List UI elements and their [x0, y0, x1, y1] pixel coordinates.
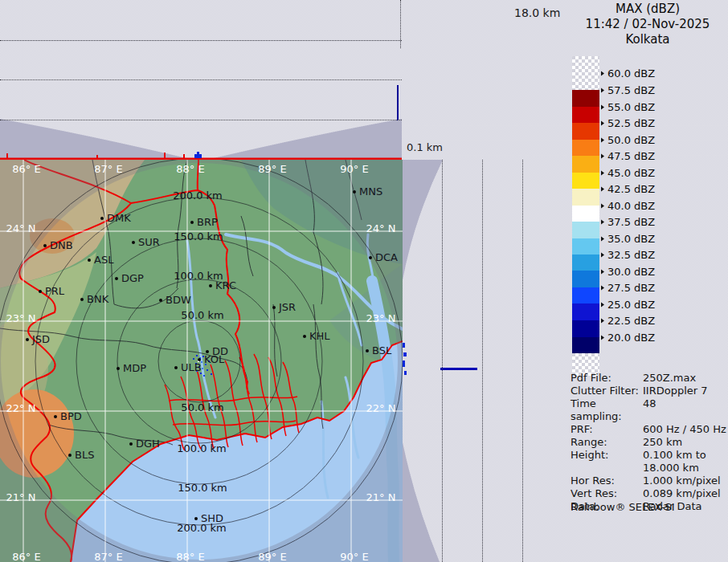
scale-tick-icon [601, 170, 604, 175]
height-gridline [442, 160, 443, 562]
legend-header: MAX (dBZ) 11:42 / 02-Nov-2025 Kolkata [567, 2, 728, 47]
dbz-scale-label: 27.5 dBZ [601, 282, 655, 294]
scale-tick-icon [601, 252, 604, 257]
dbz-scale-label: 57.5 dBZ [601, 84, 655, 96]
min-height-label: 0.1 km [407, 141, 443, 153]
scale-tick-icon [601, 335, 604, 340]
metadata-value: 1.000 km/pixel [643, 474, 726, 487]
scale-tick-icon [601, 137, 604, 142]
dbz-swatch [572, 140, 599, 156]
dbz-swatch [572, 287, 599, 303]
dbz-swatch [572, 107, 599, 123]
scale-tick-icon [601, 71, 604, 75]
side-profile-panel [403, 160, 571, 562]
metadata-rows: Pdf File: 250Z.max Clutter Filter: IIRDo… [571, 372, 726, 513]
metadata-label: Clutter Filter: [571, 385, 643, 397]
scale-tick-icon [601, 318, 604, 323]
scale-tick-icon [601, 120, 604, 125]
map-graphics [0, 160, 403, 562]
dbz-scale-label: 60.0 dBZ [601, 67, 655, 79]
metadata-value: 250 km [643, 436, 726, 449]
metadata-row: 18.000 km [571, 462, 726, 474]
dbz-swatch [572, 123, 599, 140]
dbz-scale-label: 32.5 dBZ [601, 249, 655, 261]
dbz-scale-label: 35.0 dBZ [601, 233, 655, 245]
metadata-label: Pdf File: [571, 372, 643, 385]
metadata-row: Hor Res: 1.000 km/pixel [571, 474, 726, 487]
metadata-label: Vert Res: [571, 487, 643, 500]
station-name: Kolkata [567, 32, 728, 47]
dbz-scale-label: 52.5 dBZ [601, 117, 655, 129]
metadata-label: Time sampling: [571, 397, 643, 423]
beam-blind-wedge-left [0, 119, 186, 158]
scale-tick-icon [601, 269, 604, 274]
metadata-label: PRF: [571, 423, 643, 436]
metadata-value: 250Z.max [643, 372, 726, 385]
product-title: MAX (dBZ) [567, 2, 728, 17]
beam-blind-wedge-top [403, 160, 443, 280]
dbz-swatch [572, 238, 599, 255]
beam-blind-wedge-bottom [403, 442, 440, 562]
dbz-swatch [572, 173, 599, 189]
dbz-scale-label: 40.0 dBZ [601, 200, 655, 212]
metadata-row: Clutter Filter: IIRDoppler 7 [571, 385, 726, 397]
radar-map [0, 160, 403, 562]
echo-profile-blip [194, 154, 202, 158]
dbz-swatch [572, 206, 599, 222]
dbz-swatch [572, 156, 599, 173]
scale-tick-icon [601, 219, 604, 224]
metadata-row: Height: 0.100 km to [571, 449, 726, 462]
metadata-label: Range: [571, 436, 643, 449]
dbz-scale-label: 30.0 dBZ [601, 266, 655, 278]
dbz-swatch [572, 303, 599, 320]
dbz-scale-label: 37.5 dBZ [601, 216, 655, 228]
metadata-row: Time sampling: 48 [571, 397, 726, 423]
echo-profile-line [440, 368, 477, 370]
dbz-swatch [572, 320, 599, 337]
height-gridline [0, 79, 402, 80]
dbz-scale-label: 22.5 dBZ [601, 315, 655, 327]
metadata-value: 48 [643, 397, 726, 423]
metadata-row: Vert Res: 0.089 km/pixel [571, 487, 726, 500]
scale-tick-icon [601, 153, 604, 158]
dbz-scale-label: 55.0 dBZ [601, 101, 655, 113]
dbz-swatch [572, 222, 599, 238]
metadata-value: 18.000 km [643, 462, 726, 474]
scale-tick-icon [601, 88, 604, 92]
max-height-label: 18.0 km [514, 6, 560, 19]
height-gridline [522, 160, 523, 562]
metadata-row: PRF: 600 Hz / 450 Hz [571, 423, 726, 436]
software-credit: Rainbow® SELEX-SI [571, 501, 675, 513]
dbz-swatch [572, 189, 599, 206]
scale-tick-icon [601, 302, 604, 307]
dbz-scale-label: 50.0 dBZ [601, 134, 655, 146]
height-gridline [0, 120, 402, 120]
height-gridline [482, 160, 483, 562]
dbz-swatch [572, 90, 599, 107]
dbz-scale-label: 25.0 dBZ [601, 299, 655, 311]
metadata-label [571, 462, 643, 474]
dbz-scale-label: 42.5 dBZ [601, 183, 655, 195]
scale-tick-icon [601, 203, 604, 208]
product-datetime: 11:42 / 02-Nov-2025 [567, 17, 728, 32]
panel-edge-gridline [400, 0, 401, 48]
metadata-label: Hor Res: [571, 474, 643, 487]
metadata-row: Pdf File: 250Z.max [571, 372, 726, 385]
dbz-scale-label: 20.0 dBZ [601, 332, 655, 344]
dbz-swatch [572, 56, 599, 90]
profile-axis-mark [397, 85, 399, 120]
height-gridline [0, 40, 402, 41]
metadata-row: Range: 250 km [571, 436, 726, 449]
dbz-swatch [572, 337, 599, 353]
side-profile-graphics [403, 160, 571, 562]
scan-metadata: Pdf File: 250Z.max Clutter Filter: IIRDo… [571, 372, 726, 513]
metadata-value: 600 Hz / 450 Hz [643, 423, 726, 436]
metadata-value: IIRDoppler 7 [643, 385, 726, 397]
top-profile-panel [0, 0, 402, 160]
metadata-label: Height: [571, 449, 643, 462]
metadata-value: 0.100 km to [643, 449, 726, 462]
dbz-swatch [572, 255, 599, 271]
metadata-value: 0.089 km/pixel [643, 487, 726, 500]
radar-application-window: { "panels": { "top_height_label": "18.0 … [0, 0, 728, 562]
scale-tick-icon [601, 236, 604, 241]
